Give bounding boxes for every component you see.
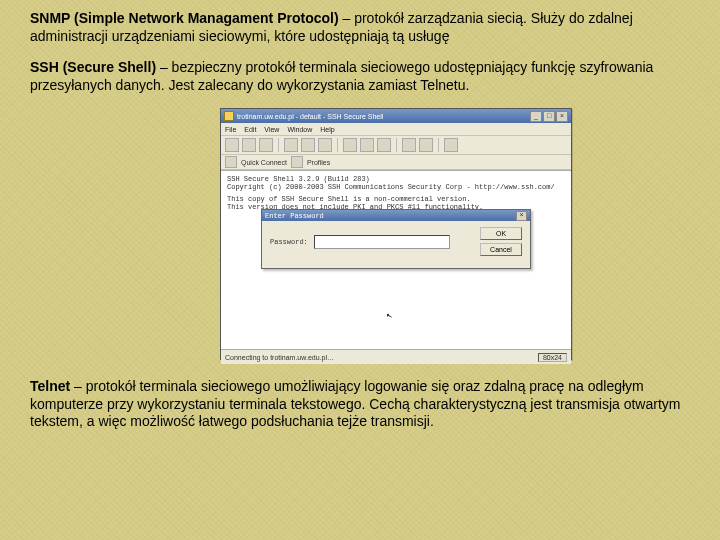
menu-file[interactable]: File bbox=[225, 126, 236, 133]
toolbar bbox=[221, 136, 571, 155]
toolbar-button[interactable] bbox=[259, 138, 273, 152]
window-titlebar[interactable]: trotinam.uw.edu.pl - default - SSH Secur… bbox=[221, 109, 571, 123]
minimize-button[interactable]: _ bbox=[530, 111, 542, 122]
toolbar-button[interactable] bbox=[301, 138, 315, 152]
menu-help[interactable]: Help bbox=[320, 126, 334, 133]
window-title: trotinam.uw.edu.pl - default - SSH Secur… bbox=[237, 113, 383, 120]
menu-bar: File Edit View Window Help bbox=[221, 123, 571, 136]
snmp-title: SNMP (Simple Network Managament Protocol… bbox=[30, 10, 339, 26]
mouse-cursor-icon: ↖ bbox=[385, 308, 394, 321]
password-dialog: Enter Password × Password: OK Cancel bbox=[261, 209, 531, 269]
quick-connect-bar: Quick Connect Profiles bbox=[221, 155, 571, 170]
dialog-title: Enter Password bbox=[265, 212, 324, 220]
status-dimensions: 80x24 bbox=[538, 353, 567, 362]
close-button[interactable]: × bbox=[556, 111, 568, 122]
dialog-close-button[interactable]: × bbox=[516, 211, 527, 221]
ok-button[interactable]: OK bbox=[480, 227, 522, 240]
ssh-window: trotinam.uw.edu.pl - default - SSH Secur… bbox=[220, 108, 572, 360]
terminal-area[interactable]: SSH Secure Shell 3.2.9 (Build 283) Copyr… bbox=[221, 170, 571, 350]
terminal-line: This copy of SSH Secure Shell is a non-c… bbox=[227, 195, 565, 203]
ssh-paragraph: SSH (Secure Shell) – bezpieczny protokół… bbox=[30, 59, 690, 94]
toolbar-button[interactable] bbox=[377, 138, 391, 152]
profiles-icon[interactable] bbox=[291, 156, 303, 168]
toolbar-button[interactable] bbox=[343, 138, 357, 152]
menu-view[interactable]: View bbox=[264, 126, 279, 133]
password-label: Password: bbox=[270, 238, 308, 246]
toolbar-button[interactable] bbox=[402, 138, 416, 152]
toolbar-button[interactable] bbox=[242, 138, 256, 152]
quick-connect-label[interactable]: Quick Connect bbox=[241, 159, 287, 166]
menu-window[interactable]: Window bbox=[287, 126, 312, 133]
menu-edit[interactable]: Edit bbox=[244, 126, 256, 133]
toolbar-button[interactable] bbox=[318, 138, 332, 152]
app-icon bbox=[224, 111, 234, 121]
terminal-line: SSH Secure Shell 3.2.9 (Build 283) bbox=[227, 175, 565, 183]
quick-connect-icon[interactable] bbox=[225, 156, 237, 168]
profiles-label[interactable]: Profiles bbox=[307, 159, 330, 166]
toolbar-button[interactable] bbox=[419, 138, 433, 152]
telnet-text: – protokół terminala sieciowego umożliwi… bbox=[30, 378, 680, 429]
ssh-title: SSH (Secure Shell) bbox=[30, 59, 156, 75]
dialog-titlebar[interactable]: Enter Password × bbox=[262, 210, 530, 221]
telnet-paragraph: Telnet – protokół terminala sieciowego u… bbox=[30, 378, 690, 431]
snmp-paragraph: SNMP (Simple Network Managament Protocol… bbox=[30, 10, 690, 45]
cancel-button[interactable]: Cancel bbox=[480, 243, 522, 256]
toolbar-button[interactable] bbox=[284, 138, 298, 152]
status-bar: Connecting to trotinam.uw.edu.pl… 80x24 bbox=[221, 350, 571, 364]
toolbar-button[interactable] bbox=[360, 138, 374, 152]
status-text: Connecting to trotinam.uw.edu.pl… bbox=[225, 354, 334, 361]
toolbar-button[interactable] bbox=[225, 138, 239, 152]
telnet-title: Telnet bbox=[30, 378, 70, 394]
maximize-button[interactable]: □ bbox=[543, 111, 555, 122]
terminal-line: Copyright (c) 2000-2003 SSH Communicatio… bbox=[227, 183, 565, 191]
password-input[interactable] bbox=[314, 235, 450, 249]
toolbar-button[interactable] bbox=[444, 138, 458, 152]
